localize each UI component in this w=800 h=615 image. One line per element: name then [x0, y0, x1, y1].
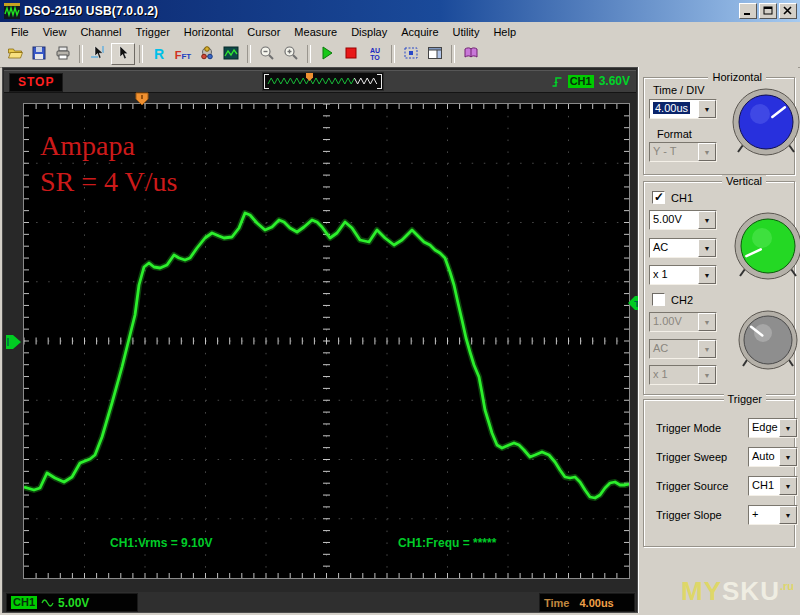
menu-item-acquire[interactable]: Acquire [394, 24, 445, 40]
menu-item-utility[interactable]: Utility [446, 24, 487, 40]
menu-item-channel[interactable]: Channel [73, 24, 128, 40]
trigger-level-value: 3.60V [599, 74, 630, 88]
pointer-button[interactable] [111, 43, 135, 65]
fft-button[interactable]: FFT [171, 43, 195, 65]
channel-status-box: CH1 5.00V [6, 593, 138, 612]
ch1-checkbox-label: CH1 [671, 192, 693, 204]
control-panel: Horizontal Time / DIV 4.00us ▼ Format Y … [638, 67, 798, 613]
ch1-coupling-dropdown-arrow-icon[interactable]: ▼ [698, 239, 716, 257]
stop-icon [343, 45, 359, 64]
time-label: Time [544, 597, 569, 609]
toolbar-separator [247, 45, 251, 63]
ch2-position-knob[interactable] [736, 308, 800, 372]
measurement-freq: CH1:Frequ = ***** [398, 536, 496, 550]
menu-item-view[interactable]: View [36, 24, 74, 40]
toolbar-separator [79, 45, 83, 63]
zoom-out-button[interactable] [255, 43, 279, 65]
auto-set-button[interactable]: AUTO [363, 43, 387, 65]
trigger-sweep-dropdown-arrow-icon[interactable]: ▼ [779, 448, 797, 466]
app-icon [4, 3, 20, 19]
ch1-checkbox[interactable]: ✓ [652, 191, 665, 204]
ch1-probe-dropdown-arrow-icon[interactable]: ▼ [698, 266, 716, 284]
save-icon [31, 45, 47, 64]
menu-bar: FileViewChannelTriggerHorizontalCursorMe… [0, 22, 800, 42]
ac-coupling-icon [41, 598, 54, 608]
ch1-volts-select[interactable]: 5.00V ▼ [649, 210, 717, 230]
palette-button[interactable] [195, 43, 219, 65]
ch1-coupling-select[interactable]: AC ▼ [649, 238, 717, 258]
self-calibration-icon [403, 45, 419, 64]
toolbar: RFFTAUTO [0, 41, 800, 68]
horizontal-knob[interactable] [730, 86, 800, 158]
help-icon [463, 45, 479, 64]
trigger-slope-dropdown-arrow-icon[interactable]: ▼ [779, 506, 797, 524]
ch1-volts-dropdown-arrow-icon[interactable]: ▼ [698, 211, 716, 229]
self-calibration-button[interactable] [399, 43, 423, 65]
menu-item-cursor[interactable]: Cursor [240, 24, 287, 40]
waveform-image-button[interactable] [219, 43, 243, 65]
menu-item-help[interactable]: Help [486, 24, 523, 40]
trigger-slope-value: + [749, 506, 779, 524]
print-button[interactable] [51, 43, 75, 65]
scope-display: STOP CH1 3.60V Ampapa SR = 4 V/us CH1:Vr… [2, 67, 638, 613]
trigger-mode-select[interactable]: Edge ▼ [748, 418, 798, 438]
trigger-sweep-select[interactable]: Auto ▼ [748, 447, 798, 467]
vertical-group-title: Vertical [722, 175, 766, 187]
trigger-time-marker[interactable] [135, 92, 149, 106]
menu-item-trigger[interactable]: Trigger [128, 24, 176, 40]
trigger-mode-label: Trigger Mode [656, 422, 721, 434]
ch1-volts-value: 5.00V [650, 211, 698, 229]
trigger-slope-label: Trigger Slope [656, 509, 722, 521]
cursor-measure-icon [91, 45, 107, 64]
help-button[interactable] [459, 43, 483, 65]
time-div-select[interactable]: 4.00us ▼ [649, 99, 717, 119]
fft-icon: FFT [175, 47, 192, 62]
pointer-icon [115, 45, 131, 64]
vertical-group: Vertical ✓ CH1 5.00V ▼ AC ▼ x 1 ▼ [643, 181, 795, 395]
toolbar-separator [307, 45, 311, 63]
panel-layout-icon [427, 45, 443, 64]
save-button[interactable] [27, 43, 51, 65]
format-select: Y - T ▼ [649, 142, 717, 162]
zoom-out-icon [259, 45, 275, 64]
annotation-line2: SR = 4 V/us [40, 164, 177, 200]
time-div-dropdown-arrow-icon[interactable]: ▼ [698, 100, 716, 118]
start-button[interactable] [315, 43, 339, 65]
time-status-box: Time 4.00us [539, 593, 635, 612]
app-window: DSO-2150 USB(7.0.0.2) FileViewChannelTri… [0, 0, 800, 615]
stop-button[interactable] [339, 43, 363, 65]
close-button[interactable] [779, 3, 797, 19]
annotation-line1: Ampapa [40, 128, 177, 164]
refresh-icon: R [154, 46, 164, 62]
trigger-mode-dropdown-arrow-icon[interactable]: ▼ [779, 419, 797, 437]
trigger-slope-select[interactable]: + ▼ [748, 505, 798, 525]
waveform-pan-preview[interactable] [262, 72, 384, 91]
panel-layout-button[interactable] [423, 43, 447, 65]
ch1-position-knob[interactable] [732, 210, 800, 282]
open-button[interactable] [3, 43, 27, 65]
menu-item-measure[interactable]: Measure [287, 24, 344, 40]
minimize-button[interactable] [739, 3, 757, 19]
refresh-button[interactable]: R [147, 43, 171, 65]
start-icon [319, 45, 335, 64]
ch1-probe-select[interactable]: x 1 ▼ [649, 265, 717, 285]
ch1-ground-marker[interactable] [6, 335, 22, 349]
trigger-source-dropdown-arrow-icon[interactable]: ▼ [779, 477, 797, 495]
menu-item-horizontal[interactable]: Horizontal [177, 24, 241, 40]
maximize-button[interactable] [759, 3, 777, 19]
waveform-image-icon [223, 45, 239, 64]
window-title: DSO-2150 USB(7.0.0.2) [24, 4, 739, 18]
trigger-sweep-label: Trigger Sweep [656, 451, 727, 463]
auto-set-icon: AUTO [370, 47, 380, 61]
cursor-measure-button[interactable] [87, 43, 111, 65]
title-bar: DSO-2150 USB(7.0.0.2) [0, 0, 800, 22]
ch2-checkbox[interactable] [652, 293, 665, 306]
menu-item-file[interactable]: File [4, 24, 36, 40]
ch2-coupling-value: AC [650, 340, 698, 358]
format-label: Format [657, 128, 692, 140]
toolbar-separator [391, 45, 395, 63]
zoom-in-button[interactable] [279, 43, 303, 65]
menu-item-display[interactable]: Display [344, 24, 394, 40]
trigger-source-select[interactable]: CH1 ▼ [748, 476, 798, 496]
maximize-icon [763, 6, 773, 16]
